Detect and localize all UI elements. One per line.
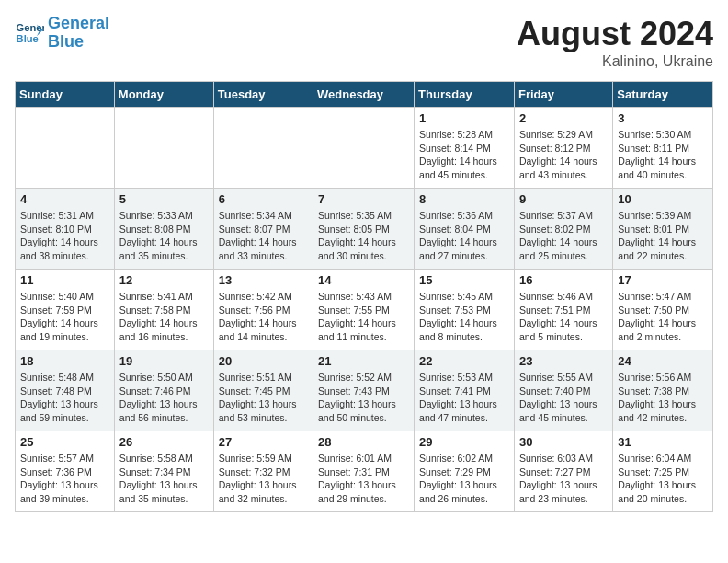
weekday-header-friday: Friday (514, 82, 612, 108)
calendar-cell: 30Sunrise: 6:03 AM Sunset: 7:27 PM Dayli… (514, 431, 612, 512)
week-row-5: 25Sunrise: 5:57 AM Sunset: 7:36 PM Dayli… (16, 431, 713, 512)
day-number: 10 (618, 192, 708, 206)
weekday-header-tuesday: Tuesday (213, 82, 313, 108)
day-info: Sunrise: 5:35 AM Sunset: 8:05 PM Dayligh… (318, 209, 409, 263)
day-info: Sunrise: 5:58 AM Sunset: 7:34 PM Dayligh… (119, 452, 209, 506)
calendar-cell: 1Sunrise: 5:28 AM Sunset: 8:14 PM Daylig… (415, 108, 515, 189)
weekday-header-monday: Monday (114, 82, 213, 108)
day-number: 3 (618, 111, 708, 125)
day-info: Sunrise: 5:40 AM Sunset: 7:59 PM Dayligh… (20, 290, 109, 344)
weekday-header-sunday: Sunday (16, 82, 115, 108)
calendar-cell: 28Sunrise: 6:01 AM Sunset: 7:31 PM Dayli… (313, 431, 415, 512)
calendar-cell: 9Sunrise: 5:37 AM Sunset: 8:02 PM Daylig… (514, 189, 612, 270)
page-header: General Blue GeneralBlue August 2024 Kal… (15, 15, 713, 70)
calendar-cell: 4Sunrise: 5:31 AM Sunset: 8:10 PM Daylig… (16, 189, 115, 270)
day-number: 17 (618, 273, 708, 287)
day-number: 30 (519, 435, 608, 449)
day-number: 18 (20, 354, 109, 368)
day-info: Sunrise: 6:03 AM Sunset: 7:27 PM Dayligh… (519, 452, 608, 506)
calendar-cell: 8Sunrise: 5:36 AM Sunset: 8:04 PM Daylig… (415, 189, 515, 270)
day-number: 24 (618, 354, 708, 368)
month-year: August 2024 (517, 15, 713, 53)
calendar-cell: 26Sunrise: 5:58 AM Sunset: 7:34 PM Dayli… (114, 431, 213, 512)
day-info: Sunrise: 5:48 AM Sunset: 7:48 PM Dayligh… (20, 371, 109, 425)
day-info: Sunrise: 5:55 AM Sunset: 7:40 PM Dayligh… (519, 371, 608, 425)
calendar-cell: 31Sunrise: 6:04 AM Sunset: 7:25 PM Dayli… (613, 431, 713, 512)
calendar-cell: 10Sunrise: 5:39 AM Sunset: 8:01 PM Dayli… (613, 189, 713, 270)
calendar-cell: 7Sunrise: 5:35 AM Sunset: 8:05 PM Daylig… (313, 189, 415, 270)
calendar-cell: 25Sunrise: 5:57 AM Sunset: 7:36 PM Dayli… (16, 431, 115, 512)
calendar-cell (213, 108, 313, 189)
calendar-table: SundayMondayTuesdayWednesdayThursdayFrid… (15, 81, 713, 512)
logo: General Blue GeneralBlue (15, 15, 109, 52)
calendar-cell: 12Sunrise: 5:41 AM Sunset: 7:58 PM Dayli… (114, 270, 213, 350)
day-number: 31 (618, 435, 708, 449)
calendar-cell: 13Sunrise: 5:42 AM Sunset: 7:56 PM Dayli… (213, 270, 313, 350)
weekday-header-wednesday: Wednesday (313, 82, 415, 108)
calendar-cell: 21Sunrise: 5:52 AM Sunset: 7:43 PM Dayli… (313, 350, 415, 431)
day-number: 5 (119, 192, 209, 206)
logo-text: GeneralBlue (48, 15, 109, 52)
calendar-cell: 29Sunrise: 6:02 AM Sunset: 7:29 PM Dayli… (415, 431, 515, 512)
day-number: 29 (419, 435, 509, 449)
day-number: 12 (119, 273, 209, 287)
day-number: 23 (519, 354, 608, 368)
day-info: Sunrise: 5:31 AM Sunset: 8:10 PM Dayligh… (20, 209, 109, 263)
calendar-cell: 15Sunrise: 5:45 AM Sunset: 7:53 PM Dayli… (415, 270, 515, 350)
calendar-cell: 3Sunrise: 5:30 AM Sunset: 8:11 PM Daylig… (613, 108, 713, 189)
day-number: 25 (20, 435, 109, 449)
calendar-cell: 22Sunrise: 5:53 AM Sunset: 7:41 PM Dayli… (415, 350, 515, 431)
day-info: Sunrise: 5:59 AM Sunset: 7:32 PM Dayligh… (219, 452, 308, 506)
day-info: Sunrise: 5:42 AM Sunset: 7:56 PM Dayligh… (219, 290, 308, 344)
calendar-cell: 23Sunrise: 5:55 AM Sunset: 7:40 PM Dayli… (514, 350, 612, 431)
day-info: Sunrise: 5:29 AM Sunset: 8:12 PM Dayligh… (519, 128, 608, 182)
calendar-cell: 11Sunrise: 5:40 AM Sunset: 7:59 PM Dayli… (16, 270, 115, 350)
day-number: 11 (20, 273, 109, 287)
location: Kalinino, Ukraine (517, 53, 713, 70)
day-info: Sunrise: 5:57 AM Sunset: 7:36 PM Dayligh… (20, 452, 109, 506)
day-info: Sunrise: 5:41 AM Sunset: 7:58 PM Dayligh… (119, 290, 209, 344)
calendar-cell (16, 108, 115, 189)
day-number: 7 (318, 192, 409, 206)
svg-text:Blue: Blue (17, 32, 39, 43)
day-info: Sunrise: 5:37 AM Sunset: 8:02 PM Dayligh… (519, 209, 608, 263)
week-row-3: 11Sunrise: 5:40 AM Sunset: 7:59 PM Dayli… (16, 270, 713, 350)
calendar-cell: 27Sunrise: 5:59 AM Sunset: 7:32 PM Dayli… (213, 431, 313, 512)
day-number: 19 (119, 354, 209, 368)
day-info: Sunrise: 5:47 AM Sunset: 7:50 PM Dayligh… (618, 290, 708, 344)
day-number: 13 (219, 273, 308, 287)
day-number: 26 (119, 435, 209, 449)
calendar-cell (313, 108, 415, 189)
day-info: Sunrise: 5:39 AM Sunset: 8:01 PM Dayligh… (618, 209, 708, 263)
calendar-cell: 16Sunrise: 5:46 AM Sunset: 7:51 PM Dayli… (514, 270, 612, 350)
day-info: Sunrise: 5:52 AM Sunset: 7:43 PM Dayligh… (318, 371, 409, 425)
weekday-header-saturday: Saturday (613, 82, 713, 108)
weekday-header-thursday: Thursday (415, 82, 515, 108)
calendar-cell: 19Sunrise: 5:50 AM Sunset: 7:46 PM Dayli… (114, 350, 213, 431)
day-info: Sunrise: 6:02 AM Sunset: 7:29 PM Dayligh… (419, 452, 509, 506)
title-block: August 2024 Kalinino, Ukraine (517, 15, 713, 70)
day-info: Sunrise: 5:28 AM Sunset: 8:14 PM Dayligh… (419, 128, 509, 182)
day-info: Sunrise: 5:34 AM Sunset: 8:07 PM Dayligh… (219, 209, 308, 263)
calendar-cell (114, 108, 213, 189)
week-row-2: 4Sunrise: 5:31 AM Sunset: 8:10 PM Daylig… (16, 189, 713, 270)
day-info: Sunrise: 6:04 AM Sunset: 7:25 PM Dayligh… (618, 452, 708, 506)
weekday-header-row: SundayMondayTuesdayWednesdayThursdayFrid… (16, 82, 713, 108)
day-number: 16 (519, 273, 608, 287)
day-info: Sunrise: 5:53 AM Sunset: 7:41 PM Dayligh… (419, 371, 509, 425)
day-number: 2 (519, 111, 608, 125)
calendar-cell: 5Sunrise: 5:33 AM Sunset: 8:08 PM Daylig… (114, 189, 213, 270)
day-info: Sunrise: 5:36 AM Sunset: 8:04 PM Dayligh… (419, 209, 509, 263)
day-number: 8 (419, 192, 509, 206)
day-info: Sunrise: 5:51 AM Sunset: 7:45 PM Dayligh… (219, 371, 308, 425)
day-number: 14 (318, 273, 409, 287)
day-info: Sunrise: 5:56 AM Sunset: 7:38 PM Dayligh… (618, 371, 708, 425)
day-info: Sunrise: 5:46 AM Sunset: 7:51 PM Dayligh… (519, 290, 608, 344)
day-number: 27 (219, 435, 308, 449)
day-info: Sunrise: 5:33 AM Sunset: 8:08 PM Dayligh… (119, 209, 209, 263)
day-number: 21 (318, 354, 409, 368)
week-row-4: 18Sunrise: 5:48 AM Sunset: 7:48 PM Dayli… (16, 350, 713, 431)
day-number: 4 (20, 192, 109, 206)
day-number: 20 (219, 354, 308, 368)
day-info: Sunrise: 5:30 AM Sunset: 8:11 PM Dayligh… (618, 128, 708, 182)
